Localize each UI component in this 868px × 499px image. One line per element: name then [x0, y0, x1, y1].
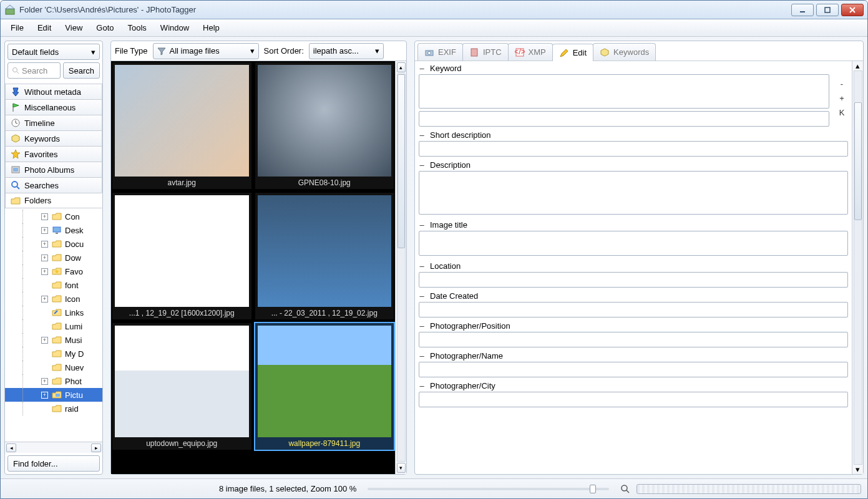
- tree-node[interactable]: +Icon: [5, 292, 102, 306]
- collapse-toggle[interactable]: –: [419, 291, 425, 301]
- menu-tools[interactable]: Tools: [122, 21, 153, 35]
- expand-toggle[interactable]: +: [41, 378, 48, 385]
- menu-view[interactable]: View: [59, 21, 89, 35]
- svg-rect-3: [825, 7, 830, 12]
- collapse-toggle[interactable]: –: [419, 160, 425, 170]
- collapse-toggle[interactable]: –: [419, 130, 425, 140]
- thumbnail-grid[interactable]: avtar.jpgGPNE08-10.jpg...1 , 12_19_02 [1…: [111, 61, 395, 474]
- expand-toggle[interactable]: +: [41, 213, 48, 220]
- scroll-thumb[interactable]: [854, 102, 862, 220]
- tree-node[interactable]: +Desk: [5, 223, 102, 237]
- tree-hscrollbar[interactable]: ◂ ▸: [5, 442, 102, 453]
- collapse-toggle[interactable]: –: [419, 381, 425, 390]
- sidebar-tab-timeline[interactable]: Timeline: [5, 115, 102, 130]
- photographer-name-input[interactable]: [419, 362, 848, 377]
- sidebar-tab-keywords[interactable]: Keywords: [5, 130, 102, 146]
- thumbnail[interactable]: wallpaper-879411.jpg: [254, 322, 396, 451]
- scroll-up-button[interactable]: ▴: [856, 61, 860, 70]
- keyword-input[interactable]: [419, 74, 829, 109]
- collapse-toggle[interactable]: –: [419, 321, 425, 331]
- expand-toggle[interactable]: +: [41, 268, 48, 275]
- tree-node[interactable]: +Docu: [5, 237, 102, 251]
- thumbnail[interactable]: ... - 22_03_2011 , 12_19_02.jpg: [254, 191, 396, 321]
- folder-tree[interactable]: +Con+Desk+Docu+Dow+Favofont+IconLinksLum…: [5, 208, 102, 442]
- sidebar-tab-miscellaneous[interactable]: Miscellaneous: [5, 99, 102, 115]
- search-placeholder: Search: [22, 66, 47, 75]
- tree-node[interactable]: raid: [5, 402, 102, 415]
- tree-node[interactable]: My D: [5, 347, 102, 361]
- tree-node[interactable]: Nuev: [5, 361, 102, 374]
- expand-toggle[interactable]: +: [41, 337, 48, 344]
- search-button[interactable]: Search: [63, 62, 100, 79]
- sortorder-combo[interactable]: ilepath asc... ▾: [309, 43, 384, 59]
- thumbnails-vscrollbar[interactable]: ▴ ▾: [395, 61, 406, 474]
- tree-node[interactable]: +Favo: [5, 264, 102, 278]
- date-created-input[interactable]: [419, 302, 848, 317]
- sidebar-tab-searches[interactable]: Searches: [5, 177, 102, 193]
- tab-xmp[interactable]: </>XMP: [508, 43, 553, 61]
- scroll-right-button[interactable]: ▸: [91, 443, 101, 452]
- image-title-input[interactable]: [419, 231, 848, 256]
- zoom-slider[interactable]: [368, 488, 609, 490]
- thumbnail[interactable]: GPNE08-10.jpg: [254, 61, 396, 190]
- keyword-add-button[interactable]: +: [839, 94, 844, 103]
- expand-toggle[interactable]: +: [41, 254, 48, 261]
- close-button[interactable]: [841, 4, 864, 16]
- collapse-toggle[interactable]: –: [419, 220, 425, 230]
- collapse-toggle[interactable]: –: [419, 261, 425, 271]
- edit-vscrollbar[interactable]: ▴ ▾: [852, 61, 863, 474]
- tree-node[interactable]: +Dow: [5, 251, 102, 264]
- thumbnail[interactable]: avtar.jpg: [111, 61, 253, 190]
- minimize-button[interactable]: [791, 4, 814, 16]
- photographer-position-input[interactable]: [419, 332, 848, 347]
- fields-combo[interactable]: Default fields ▾: [7, 44, 100, 60]
- thumbnail[interactable]: uptodown_equipo.jpg: [111, 322, 253, 451]
- menu-file[interactable]: File: [4, 21, 30, 35]
- collapse-toggle[interactable]: –: [419, 64, 425, 73]
- tab-edit[interactable]: Edit: [552, 44, 593, 61]
- zoom-slider-thumb[interactable]: [590, 485, 596, 493]
- tree-node[interactable]: +Musi: [5, 333, 102, 347]
- scroll-thumb[interactable]: [397, 74, 405, 248]
- find-folder-button[interactable]: Find folder...: [7, 455, 100, 472]
- sidebar-tab-favorites[interactable]: Favorites: [5, 146, 102, 162]
- maximize-button[interactable]: [816, 4, 839, 16]
- keyword-add-input[interactable]: [419, 111, 829, 127]
- thumbnail[interactable]: ...1 , 12_19_02 [1600x1200].jpg: [111, 191, 253, 321]
- sidebar-tab-photo-albums[interactable]: Photo Albums: [5, 162, 102, 177]
- splitter-left[interactable]: [105, 41, 108, 475]
- keyword-remove-button[interactable]: -: [841, 79, 843, 89]
- sidebar-tab-folders[interactable]: Folders: [5, 193, 102, 208]
- photographer-city-input[interactable]: [419, 392, 848, 407]
- menu-edit[interactable]: Edit: [31, 21, 57, 35]
- scroll-left-button[interactable]: ◂: [6, 443, 16, 452]
- description-input[interactable]: [419, 171, 848, 215]
- tab-exif[interactable]: EXIF: [417, 43, 463, 61]
- menu-goto[interactable]: Goto: [90, 21, 120, 35]
- tree-node[interactable]: +Phot: [5, 374, 102, 388]
- expand-toggle[interactable]: +: [41, 296, 48, 303]
- expand-toggle[interactable]: +: [41, 227, 48, 234]
- menu-window[interactable]: Window: [154, 21, 195, 35]
- tab-iptc[interactable]: IPTC: [462, 43, 509, 61]
- expand-toggle[interactable]: +: [41, 241, 48, 248]
- menu-help[interactable]: Help: [197, 21, 226, 35]
- search-input[interactable]: Search: [7, 62, 61, 79]
- short-description-input[interactable]: [419, 141, 848, 157]
- scroll-down-button[interactable]: ▾: [856, 465, 860, 474]
- tree-node[interactable]: +Con: [5, 210, 102, 223]
- scroll-up-button[interactable]: ▴: [397, 62, 406, 72]
- tree-node[interactable]: +Pictu: [5, 388, 102, 402]
- filetype-combo[interactable]: All image files ▾: [153, 43, 259, 59]
- tree-node[interactable]: Links: [5, 306, 102, 319]
- splitter-right[interactable]: [409, 41, 412, 475]
- expand-toggle[interactable]: +: [41, 392, 48, 399]
- tab-keywords[interactable]: Keywords: [593, 43, 656, 61]
- location-input[interactable]: [419, 272, 848, 288]
- scroll-down-button[interactable]: ▾: [397, 463, 406, 473]
- keyword-k-button[interactable]: K: [839, 108, 845, 117]
- sidebar-tab-without-metadata[interactable]: Without metada: [5, 84, 102, 99]
- tree-node[interactable]: font: [5, 278, 102, 292]
- tree-node[interactable]: Lumi: [5, 319, 102, 333]
- collapse-toggle[interactable]: –: [419, 351, 425, 361]
